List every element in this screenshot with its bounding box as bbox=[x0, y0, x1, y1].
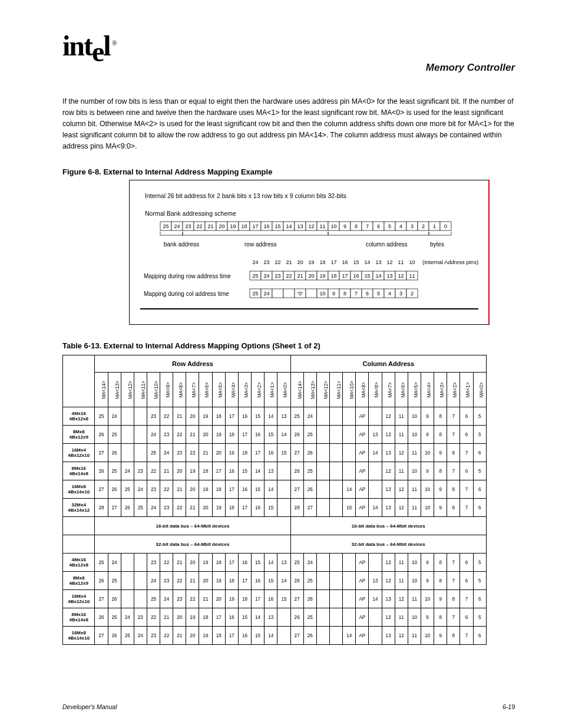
table-row-label: 8Mx16 4Bx14x8 bbox=[63, 462, 95, 480]
svg-text:13: 13 bbox=[375, 259, 381, 265]
table-cell: 27 bbox=[290, 444, 303, 462]
col-header: MA<9> bbox=[160, 373, 173, 407]
svg-text:24: 24 bbox=[263, 291, 269, 297]
table-cell: 13 bbox=[265, 462, 277, 480]
table-cell: 12 bbox=[395, 444, 408, 462]
table-cell: 12 bbox=[382, 572, 395, 590]
page-footer: Developer's Manual 6-19 bbox=[62, 703, 515, 710]
table-cell: 22 bbox=[160, 480, 173, 499]
table-cell: 26 bbox=[290, 462, 303, 480]
table-cell: 21 bbox=[199, 444, 212, 462]
svg-text:'0': '0' bbox=[297, 291, 303, 297]
svg-text:2: 2 bbox=[411, 291, 414, 297]
table-cell: 23 bbox=[173, 444, 186, 462]
svg-text:12: 12 bbox=[386, 259, 392, 265]
table-cell: 11 bbox=[395, 462, 408, 480]
table-cell: 27 bbox=[95, 444, 108, 462]
table-cell: 5 bbox=[473, 426, 486, 444]
table-cell: 8 bbox=[434, 462, 447, 480]
table-cell: 6 bbox=[460, 426, 473, 444]
col-header: MA<4> bbox=[421, 373, 434, 407]
table-cell: 18 bbox=[225, 499, 238, 517]
table-cell: 18 bbox=[199, 462, 212, 480]
svg-text:25: 25 bbox=[252, 291, 258, 297]
table-cell: 26 bbox=[95, 462, 108, 480]
svg-text:20: 20 bbox=[297, 259, 303, 265]
table-cell: 14 bbox=[369, 444, 382, 462]
table-cell: 16 bbox=[238, 627, 251, 645]
svg-rect-111 bbox=[283, 289, 295, 298]
table-cell: 8 bbox=[434, 426, 447, 444]
table-cell: 14 bbox=[369, 590, 382, 608]
table-cell: 25 bbox=[95, 407, 108, 426]
table-cell bbox=[121, 554, 134, 572]
table-cell: 21 bbox=[160, 462, 173, 480]
table-cell bbox=[121, 590, 134, 608]
body-paragraph: If the number of row bits is less than o… bbox=[62, 96, 515, 152]
table-cell bbox=[369, 462, 382, 480]
svg-text:12: 12 bbox=[398, 273, 404, 279]
table-cell: 25 bbox=[290, 407, 303, 426]
table-cell: 25 bbox=[147, 444, 160, 462]
table-cell: 5 bbox=[473, 608, 486, 627]
table-cell: 6 bbox=[460, 554, 473, 572]
table-cell bbox=[316, 426, 329, 444]
table-cell bbox=[316, 572, 329, 590]
table-cell: 6 bbox=[473, 627, 486, 645]
table-cell: 14 bbox=[369, 499, 382, 517]
svg-text:10: 10 bbox=[409, 259, 415, 265]
table-cell bbox=[316, 590, 329, 608]
table-cell: 6 bbox=[460, 462, 473, 480]
col-header: MA<9> bbox=[356, 373, 369, 407]
table-cell: 14 bbox=[265, 554, 277, 572]
table-cell bbox=[330, 480, 343, 499]
table-cell: 25 bbox=[134, 499, 147, 517]
table-cell: 5 bbox=[473, 572, 486, 590]
table-cell: 14 bbox=[252, 608, 265, 627]
table-cell bbox=[316, 627, 329, 645]
table-cell: 7 bbox=[460, 444, 473, 462]
svg-text:17: 17 bbox=[330, 259, 336, 265]
table-cell: 27 bbox=[108, 499, 121, 517]
table-cell: 18 bbox=[238, 590, 251, 608]
table-cell: 15 bbox=[252, 554, 265, 572]
table-cell bbox=[134, 572, 147, 590]
table-cell: 10 bbox=[421, 480, 434, 499]
svg-text:24: 24 bbox=[174, 223, 180, 229]
table-cell: 8 bbox=[447, 499, 460, 517]
svg-text:18: 18 bbox=[330, 273, 336, 279]
table-cell: 24 bbox=[303, 554, 316, 572]
table-row-label: 8Mx8 4Bx12x9 bbox=[63, 426, 95, 444]
table-row-label: 16Mx8 4Bx14x10 bbox=[63, 480, 95, 499]
table-cell bbox=[121, 572, 134, 590]
table-cell: 14 bbox=[343, 627, 356, 645]
table-cell: 26 bbox=[290, 608, 303, 627]
table-cell: 18 bbox=[212, 480, 225, 499]
table-cell: 17 bbox=[225, 407, 238, 426]
table-cell bbox=[330, 407, 343, 426]
table-cell: 24 bbox=[108, 554, 121, 572]
table-row-label: 16Mx4 4Bx12x10 bbox=[63, 590, 95, 608]
table-cell: 15 bbox=[252, 627, 265, 645]
svg-text:24: 24 bbox=[252, 259, 258, 265]
table-cell: AP bbox=[356, 407, 369, 426]
table-cell: 20 bbox=[186, 554, 199, 572]
table-cell bbox=[369, 554, 382, 572]
table-cell: 25 bbox=[303, 462, 316, 480]
svg-text:17: 17 bbox=[252, 223, 258, 229]
table-cell: 27 bbox=[290, 627, 303, 645]
table-cell: 7 bbox=[460, 499, 473, 517]
svg-text:14: 14 bbox=[364, 259, 370, 265]
table-cell: AP bbox=[356, 554, 369, 572]
table-cell: 21 bbox=[186, 499, 199, 517]
table-cell: 26 bbox=[108, 590, 121, 608]
table-subheader: 32-bit data bus – 64-Mbit devices bbox=[290, 535, 486, 554]
table-cell: 21 bbox=[186, 426, 199, 444]
table-cell: 9 bbox=[421, 462, 434, 480]
table-cell: 18 bbox=[212, 627, 225, 645]
col-header: MA<2> bbox=[447, 373, 460, 407]
table-cell: 19 bbox=[199, 627, 212, 645]
table-cell: 20 bbox=[199, 499, 212, 517]
table-cell: 7 bbox=[447, 608, 460, 627]
svg-text:2: 2 bbox=[422, 223, 425, 229]
